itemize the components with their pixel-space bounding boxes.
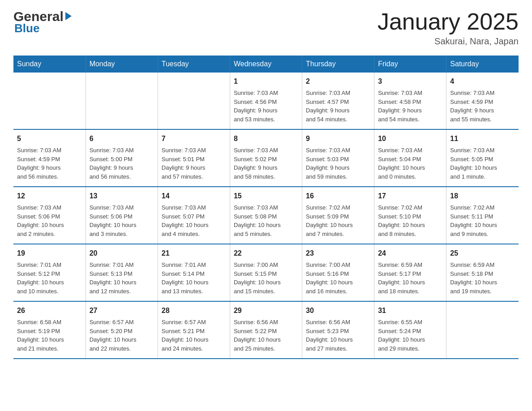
calendar-table: SundayMondayTuesdayWednesdayThursdayFrid… — [13, 56, 519, 359]
day-info: Sunrise: 7:02 AMSunset: 5:09 PMDaylight:… — [306, 203, 370, 238]
day-number: 16 — [306, 191, 370, 201]
calendar-header-saturday: Saturday — [446, 56, 519, 73]
day-number: 24 — [378, 248, 442, 259]
calendar-cell: 30Sunrise: 6:56 AMSunset: 5:23 PMDayligh… — [302, 301, 374, 359]
title-section: January 2025 Sakurai, Nara, Japan — [378, 9, 519, 47]
day-number: 31 — [378, 305, 442, 316]
day-number: 25 — [450, 248, 515, 259]
day-number: 21 — [162, 248, 226, 259]
day-number: 29 — [234, 305, 298, 316]
day-info: Sunrise: 6:57 AMSunset: 5:20 PMDaylight:… — [90, 318, 154, 353]
calendar-cell: 17Sunrise: 7:02 AMSunset: 5:10 PMDayligh… — [374, 187, 446, 244]
day-number: 14 — [162, 191, 226, 201]
day-number: 28 — [162, 305, 226, 316]
logo: General Blue — [13, 9, 72, 35]
day-info: Sunrise: 6:57 AMSunset: 5:21 PMDaylight:… — [162, 318, 226, 353]
day-number: 22 — [234, 248, 298, 259]
calendar-cell: 31Sunrise: 6:55 AMSunset: 5:24 PMDayligh… — [374, 301, 446, 359]
day-info: Sunrise: 7:03 AMSunset: 5:01 PMDaylight:… — [162, 146, 226, 181]
day-number: 18 — [450, 191, 515, 201]
day-info: Sunrise: 7:03 AMSunset: 4:57 PMDaylight:… — [306, 89, 370, 124]
calendar-header-wednesday: Wednesday — [230, 56, 302, 73]
day-info: Sunrise: 6:59 AMSunset: 5:17 PMDaylight:… — [378, 261, 442, 295]
day-number: 10 — [378, 133, 442, 144]
calendar-cell: 13Sunrise: 7:03 AMSunset: 5:06 PMDayligh… — [86, 187, 158, 244]
day-number: 7 — [162, 133, 226, 144]
day-number: 30 — [306, 305, 370, 316]
calendar-cell: 28Sunrise: 6:57 AMSunset: 5:21 PMDayligh… — [158, 301, 230, 359]
day-info: Sunrise: 7:03 AMSunset: 4:59 PMDaylight:… — [450, 89, 515, 124]
day-number: 26 — [17, 305, 82, 316]
day-number: 6 — [90, 133, 154, 144]
calendar-cell — [158, 73, 230, 129]
calendar-cell: 26Sunrise: 6:58 AMSunset: 5:19 PMDayligh… — [13, 301, 86, 359]
day-info: Sunrise: 7:03 AMSunset: 5:07 PMDaylight:… — [162, 203, 226, 238]
calendar-cell: 21Sunrise: 7:01 AMSunset: 5:14 PMDayligh… — [158, 244, 230, 301]
day-info: Sunrise: 7:03 AMSunset: 5:03 PMDaylight:… — [306, 146, 370, 181]
day-number: 2 — [306, 76, 370, 87]
calendar-header-sunday: Sunday — [13, 56, 86, 73]
day-number: 1 — [234, 76, 298, 87]
calendar-cell: 16Sunrise: 7:02 AMSunset: 5:09 PMDayligh… — [302, 187, 374, 244]
day-info: Sunrise: 6:55 AMSunset: 5:24 PMDaylight:… — [378, 318, 442, 353]
page-header: General Blue January 2025 Sakurai, Nara,… — [13, 9, 519, 47]
calendar-cell: 7Sunrise: 7:03 AMSunset: 5:01 PMDaylight… — [158, 129, 230, 187]
day-info: Sunrise: 7:01 AMSunset: 5:14 PMDaylight:… — [162, 261, 226, 295]
day-info: Sunrise: 7:03 AMSunset: 5:00 PMDaylight:… — [90, 146, 154, 181]
calendar-header-tuesday: Tuesday — [158, 56, 230, 73]
calendar-cell: 29Sunrise: 6:56 AMSunset: 5:22 PMDayligh… — [230, 301, 302, 359]
calendar-cell: 12Sunrise: 7:03 AMSunset: 5:06 PMDayligh… — [13, 187, 86, 244]
calendar-cell: 20Sunrise: 7:01 AMSunset: 5:13 PMDayligh… — [86, 244, 158, 301]
calendar-header-monday: Monday — [86, 56, 158, 73]
day-info: Sunrise: 7:01 AMSunset: 5:13 PMDaylight:… — [90, 261, 154, 295]
calendar-cell: 27Sunrise: 6:57 AMSunset: 5:20 PMDayligh… — [86, 301, 158, 359]
month-title: January 2025 — [378, 9, 519, 34]
calendar-cell: 1Sunrise: 7:03 AMSunset: 4:56 PMDaylight… — [230, 73, 302, 129]
calendar-cell: 25Sunrise: 6:59 AMSunset: 5:18 PMDayligh… — [446, 244, 519, 301]
calendar-cell — [13, 73, 86, 129]
day-info: Sunrise: 7:03 AMSunset: 4:56 PMDaylight:… — [234, 89, 298, 124]
calendar-cell: 3Sunrise: 7:03 AMSunset: 4:58 PMDaylight… — [374, 73, 446, 129]
day-number: 5 — [17, 133, 82, 144]
location-text: Sakurai, Nara, Japan — [378, 36, 519, 47]
calendar-week-row: 19Sunrise: 7:01 AMSunset: 5:12 PMDayligh… — [13, 244, 519, 301]
calendar-cell: 10Sunrise: 7:03 AMSunset: 5:04 PMDayligh… — [374, 129, 446, 187]
calendar-cell: 5Sunrise: 7:03 AMSunset: 4:59 PMDaylight… — [13, 129, 86, 187]
calendar-cell: 4Sunrise: 7:03 AMSunset: 4:59 PMDaylight… — [446, 73, 519, 129]
logo-triangle-icon — [65, 12, 72, 20]
day-number: 17 — [378, 191, 442, 201]
day-info: Sunrise: 7:03 AMSunset: 5:05 PMDaylight:… — [450, 146, 515, 181]
calendar-header-thursday: Thursday — [302, 56, 374, 73]
calendar-week-row: 5Sunrise: 7:03 AMSunset: 4:59 PMDaylight… — [13, 129, 519, 187]
calendar-cell: 15Sunrise: 7:03 AMSunset: 5:08 PMDayligh… — [230, 187, 302, 244]
day-info: Sunrise: 7:03 AMSunset: 5:08 PMDaylight:… — [234, 203, 298, 238]
calendar-cell: 9Sunrise: 7:03 AMSunset: 5:03 PMDaylight… — [302, 129, 374, 187]
logo-blue-text: Blue — [14, 21, 39, 35]
day-info: Sunrise: 7:03 AMSunset: 4:58 PMDaylight:… — [378, 89, 442, 124]
calendar-cell: 24Sunrise: 6:59 AMSunset: 5:17 PMDayligh… — [374, 244, 446, 301]
day-info: Sunrise: 6:58 AMSunset: 5:19 PMDaylight:… — [17, 318, 82, 353]
day-number: 15 — [234, 191, 298, 201]
day-info: Sunrise: 7:03 AMSunset: 5:02 PMDaylight:… — [234, 146, 298, 181]
day-info: Sunrise: 7:03 AMSunset: 5:06 PMDaylight:… — [17, 203, 82, 238]
day-number: 23 — [306, 248, 370, 259]
day-info: Sunrise: 6:56 AMSunset: 5:22 PMDaylight:… — [234, 318, 298, 353]
day-number: 8 — [234, 133, 298, 144]
day-number: 19 — [17, 248, 82, 259]
calendar-week-row: 1Sunrise: 7:03 AMSunset: 4:56 PMDaylight… — [13, 73, 519, 129]
calendar-cell: 2Sunrise: 7:03 AMSunset: 4:57 PMDaylight… — [302, 73, 374, 129]
calendar-cell: 22Sunrise: 7:00 AMSunset: 5:15 PMDayligh… — [230, 244, 302, 301]
calendar-header-row: SundayMondayTuesdayWednesdayThursdayFrid… — [13, 56, 519, 73]
calendar-week-row: 26Sunrise: 6:58 AMSunset: 5:19 PMDayligh… — [13, 301, 519, 359]
day-number: 4 — [450, 76, 515, 87]
day-info: Sunrise: 7:00 AMSunset: 5:16 PMDaylight:… — [306, 261, 370, 295]
day-info: Sunrise: 7:01 AMSunset: 5:12 PMDaylight:… — [17, 261, 82, 295]
day-info: Sunrise: 6:56 AMSunset: 5:23 PMDaylight:… — [306, 318, 370, 353]
day-info: Sunrise: 7:00 AMSunset: 5:15 PMDaylight:… — [234, 261, 298, 295]
day-number: 12 — [17, 191, 82, 201]
day-info: Sunrise: 7:03 AMSunset: 4:59 PMDaylight:… — [17, 146, 82, 181]
day-number: 11 — [450, 133, 515, 144]
calendar-cell: 19Sunrise: 7:01 AMSunset: 5:12 PMDayligh… — [13, 244, 86, 301]
calendar-cell — [86, 73, 158, 129]
day-info: Sunrise: 7:02 AMSunset: 5:10 PMDaylight:… — [378, 203, 442, 238]
